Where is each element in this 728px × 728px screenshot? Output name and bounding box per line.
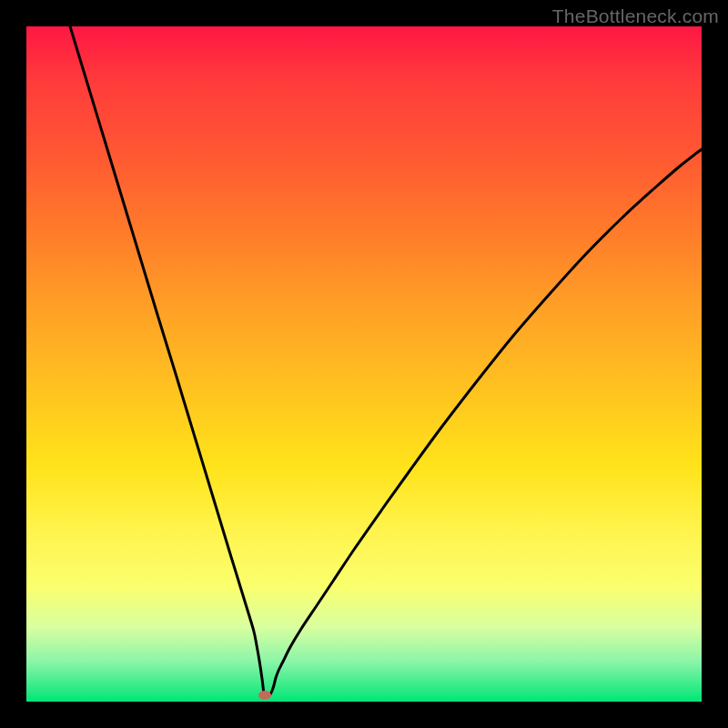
watermark-text: TheBottleneck.com	[552, 5, 719, 27]
chart-frame: TheBottleneck.com	[0, 0, 728, 728]
plot-area	[26, 26, 702, 702]
bottleneck-curve	[26, 26, 702, 702]
curve-left-branch	[70, 26, 264, 694]
curve-right-branch	[270, 149, 702, 694]
optimal-point-marker	[258, 691, 271, 700]
